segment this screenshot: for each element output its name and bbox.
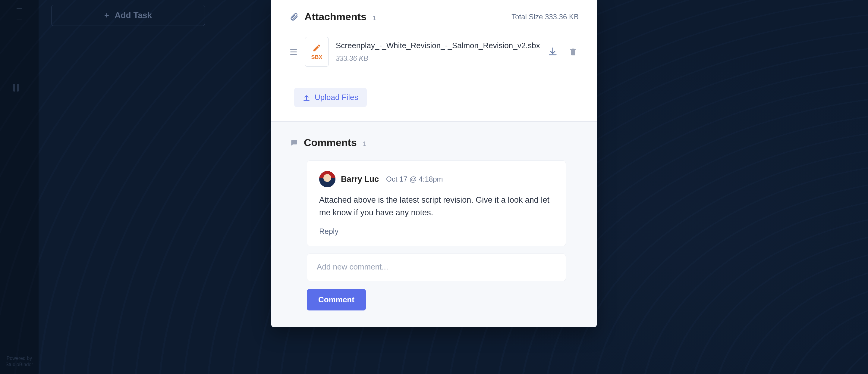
upload-files-label: Upload Files bbox=[315, 93, 358, 102]
attachments-count: 1 bbox=[373, 14, 376, 22]
comment-card: Barry Luc Oct 17 @ 4:18pm Attached above… bbox=[307, 161, 566, 246]
left-rail: — — bbox=[0, 0, 38, 374]
pause-icon bbox=[13, 84, 19, 92]
trash-icon bbox=[569, 47, 578, 56]
paperclip-icon bbox=[289, 12, 299, 22]
file-meta: Screenplay_-_White_Revision_-_Salmon_Rev… bbox=[336, 41, 540, 63]
comment-author: Barry Luc bbox=[341, 175, 379, 184]
drag-handle-icon[interactable] bbox=[289, 49, 298, 55]
powered-by-line1: Powered by bbox=[4, 355, 35, 362]
total-size-value: 333.36 KB bbox=[545, 13, 579, 21]
comment-body: Attached above is the latest script revi… bbox=[319, 194, 554, 219]
file-actions bbox=[547, 46, 579, 57]
attachment-row: SBX Screenplay_-_White_Revision_-_Salmon… bbox=[289, 37, 579, 67]
file-thumbnail[interactable]: SBX bbox=[305, 37, 329, 67]
comment-submit-button[interactable]: Comment bbox=[307, 289, 366, 310]
attachments-total-size: Total Size 333.36 KB bbox=[512, 13, 579, 21]
comment-head: Barry Luc Oct 17 @ 4:18pm bbox=[319, 171, 554, 187]
upload-icon bbox=[303, 94, 310, 101]
file-size: 333.36 KB bbox=[336, 55, 540, 63]
attachments-section: Attachments 1 Total Size 333.36 KB SBX S… bbox=[271, 0, 597, 122]
add-task-label: Add Task bbox=[115, 10, 152, 20]
delete-button[interactable] bbox=[568, 46, 579, 57]
file-name[interactable]: Screenplay_-_White_Revision_-_Salmon_Rev… bbox=[336, 41, 540, 50]
file-thumb-label: SBX bbox=[311, 54, 322, 61]
comments-header: Comments 1 bbox=[289, 137, 579, 148]
total-size-label: Total Size bbox=[512, 13, 543, 21]
comment-timestamp: Oct 17 @ 4:18pm bbox=[386, 175, 443, 183]
attachments-header: Attachments 1 Total Size 333.36 KB bbox=[289, 11, 579, 23]
comment-icon bbox=[289, 139, 299, 147]
powered-by-line2: StudioBinder bbox=[4, 362, 35, 368]
powered-by: Powered by StudioBinder bbox=[4, 355, 35, 368]
left-rail-item: — bbox=[0, 13, 38, 24]
add-task-button[interactable]: + Add Task bbox=[51, 5, 205, 26]
plus-icon: + bbox=[104, 10, 109, 20]
download-icon bbox=[548, 47, 558, 57]
left-rail-item: — bbox=[0, 3, 38, 13]
attachments-title: Attachments bbox=[304, 11, 367, 23]
comments-count: 1 bbox=[363, 140, 367, 148]
reply-button[interactable]: Reply bbox=[319, 227, 338, 236]
comments-section: Comments 1 Barry Luc Oct 17 @ 4:18pm Att… bbox=[271, 122, 597, 327]
task-detail-modal: Attachments 1 Total Size 333.36 KB SBX S… bbox=[271, 0, 597, 327]
divider bbox=[305, 77, 579, 77]
new-comment-input[interactable] bbox=[307, 253, 566, 281]
comments-title: Comments bbox=[304, 137, 357, 148]
download-button[interactable] bbox=[547, 46, 558, 57]
avatar bbox=[319, 171, 336, 187]
upload-files-button[interactable]: Upload Files bbox=[294, 88, 367, 107]
pencil-icon bbox=[312, 43, 321, 53]
